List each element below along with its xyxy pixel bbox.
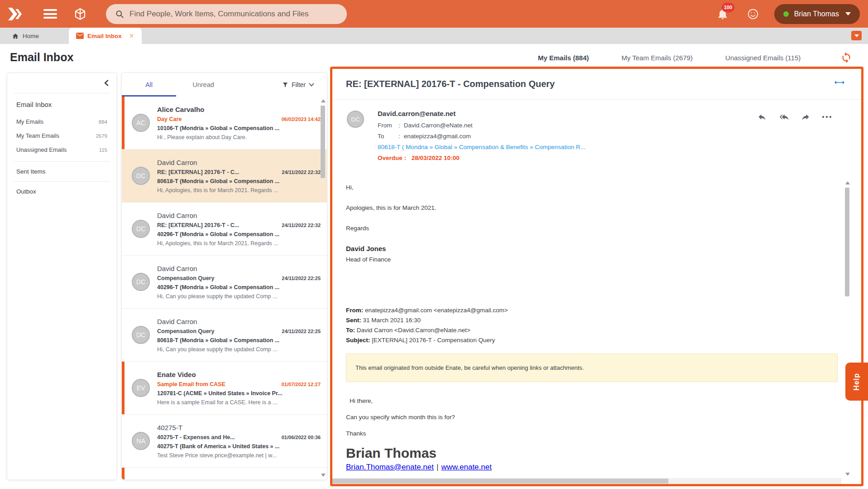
email-subject: Sample Email from CASE (157, 381, 276, 387)
status-dot-icon (783, 11, 789, 17)
envelope-icon (76, 33, 84, 39)
quoted-reply: Hi there, Can you specify which month th… (346, 397, 841, 472)
help-tab-button[interactable]: Help (845, 363, 868, 401)
notifications-button[interactable]: 100 (716, 7, 729, 21)
view-tab[interactable]: My Team Emails (2679) (618, 52, 696, 68)
email-list-item[interactable]: DC David Carron RE: [EXTERNAL] 20176-T -… (122, 150, 327, 203)
apps-cube-icon[interactable] (73, 7, 87, 21)
tab-home[interactable]: Home (6, 28, 44, 44)
work-item-breadcrumb-link[interactable]: 80618-T ( Mondria » Global » Compensatio… (378, 144, 743, 150)
search-input[interactable] (129, 10, 338, 19)
sidebar-item-sent[interactable]: Sent Items (7, 162, 116, 181)
sidebar-folder[interactable]: My Emails 884 (7, 115, 116, 129)
email-list-item[interactable]: DC David Carron Compensation Query 24/11… (122, 309, 327, 362)
topbar: 100 Brian Thomas (0, 0, 868, 28)
email-list-item-partial[interactable] (122, 468, 327, 480)
more-options-button[interactable] (821, 112, 832, 121)
email-preview: Hi , Please explain about Day Care. (157, 134, 321, 140)
sidebar-folder-count: 115 (99, 147, 107, 153)
scrollbar-thumb[interactable] (845, 188, 849, 296)
scroll-up-arrow-icon[interactable] (845, 181, 850, 184)
menu-icon[interactable] (43, 9, 57, 19)
ellipsis-icon (821, 112, 832, 121)
search-icon (115, 10, 124, 19)
unread-indicator (122, 362, 125, 414)
quoted-subject-value: [EXTERNAL] 20176-T - Compensation Query (372, 337, 495, 344)
sidebar-folder[interactable]: Unassigned Emails 115 (7, 143, 116, 157)
email-list-item[interactable]: AC Alice Carvalho Day Care 06/02/2023 14… (122, 97, 327, 150)
email-list-panel: All Unread Filter AC Alice Carvalho (121, 73, 327, 480)
email-sender: David Carron (157, 212, 321, 219)
email-list-item[interactable]: DC David Carron Compensation Query 24/11… (122, 256, 327, 309)
sidebar-folder-count: 884 (99, 119, 107, 125)
avatar: DC (132, 326, 150, 344)
scroll-down-arrow-icon[interactable] (321, 474, 326, 477)
sidebar-folder[interactable]: My Team Emails 2679 (7, 129, 116, 143)
email-item-content: David Carron Compensation Query 24/11/20… (157, 265, 321, 300)
forward-icon (801, 112, 810, 121)
enate-logo-icon[interactable] (7, 7, 23, 21)
quoted-to-value: David Carron <David.Carron@eNate.net> (357, 327, 470, 334)
signature-website-link[interactable]: www.enate.net (441, 463, 492, 471)
refresh-button[interactable] (840, 52, 852, 63)
quoted-sent-label: Sent: (346, 317, 361, 324)
email-sender: Alice Carvalho (157, 106, 321, 113)
reply-all-button[interactable] (778, 112, 790, 121)
close-icon[interactable]: ✕ (129, 32, 134, 39)
user-menu[interactable]: Brian Thomas (774, 4, 860, 24)
funnel-icon (282, 82, 288, 88)
reply-greeting: Hi there, (350, 397, 841, 405)
reply-button[interactable] (757, 112, 767, 121)
email-detail-panel: RE: [EXTERNAL] 20176-T - Compensation Qu… (330, 67, 863, 486)
scrollbar-thumb[interactable] (332, 479, 668, 484)
view-tab[interactable]: Unassigned Emails (115) (722, 52, 804, 68)
from-value: David.Carron@eNate.net (404, 122, 473, 129)
from-row: From David.Carron@eNate.net (378, 122, 743, 129)
tab-overflow-button[interactable] (851, 31, 862, 40)
global-search[interactable] (106, 4, 347, 24)
avatar: EV (132, 379, 150, 397)
refresh-icon (840, 52, 852, 63)
to-label: To (378, 133, 398, 140)
email-list-item[interactable]: DC David Carron RE: [EXTERNAL] 20176-T -… (122, 203, 327, 256)
filter-button[interactable]: Filter (282, 81, 314, 88)
list-scrollbar[interactable] (320, 97, 326, 479)
signature-email-link[interactable]: Brian.Thomas@enate.net (346, 463, 434, 471)
sidebar-item-outbox[interactable]: Outbox (7, 182, 116, 201)
tab-all[interactable]: All (122, 81, 176, 88)
user-name: Brian Thomas (794, 10, 839, 18)
detail-horizontal-scrollbar[interactable] (332, 478, 841, 484)
feedback-button[interactable] (747, 8, 759, 20)
email-subject: Compensation Query (157, 328, 276, 334)
email-list-item[interactable]: NA 40275-T 40275-T - Expenses and He... … (122, 415, 327, 468)
email-sender: David Carron (157, 159, 321, 166)
link-separator: | (436, 463, 438, 471)
avatar: DC (132, 167, 150, 185)
forward-button[interactable] (801, 112, 810, 121)
detail-sender: David.carron@enate.net (378, 110, 743, 117)
sender-signature-title: Head of Finance (346, 256, 841, 263)
email-preview: Hi, Can you please supply the updated Co… (157, 293, 321, 300)
help-tab-label: Help (853, 373, 861, 391)
scroll-down-arrow-icon[interactable] (845, 473, 850, 476)
sidebar-folder-label: Unassigned Emails (16, 146, 67, 153)
scrollbar-thumb[interactable] (321, 106, 325, 178)
view-tab[interactable]: My Emails (884) (534, 52, 593, 68)
detail-scrollbar[interactable] (844, 179, 851, 478)
email-preview: Test Steve Price steve.price@example.net… (157, 452, 321, 459)
collapse-sidebar-button[interactable] (104, 80, 109, 86)
resize-panel-button[interactable] (834, 80, 845, 85)
email-sender: David Carron (157, 265, 321, 272)
scroll-up-arrow-icon[interactable] (321, 99, 326, 102)
unread-indicator (122, 97, 125, 149)
email-sender: Enate Video (157, 371, 321, 378)
from-label: From (378, 122, 398, 129)
chevron-left-icon (104, 80, 109, 86)
quoted-subject-label: Subject: (346, 337, 370, 344)
tab-unread[interactable]: Unread (176, 81, 230, 88)
email-reference: 40275-T (Bank of America » United States… (157, 443, 321, 450)
email-subject: Compensation Query (157, 275, 276, 281)
tab-email-inbox[interactable]: Email Inbox ✕ (69, 28, 142, 44)
reply-line: Can you specify which month this is for? (346, 413, 841, 421)
email-list-item[interactable]: EV Enate Video Sample Email from CASE 01… (122, 362, 327, 415)
